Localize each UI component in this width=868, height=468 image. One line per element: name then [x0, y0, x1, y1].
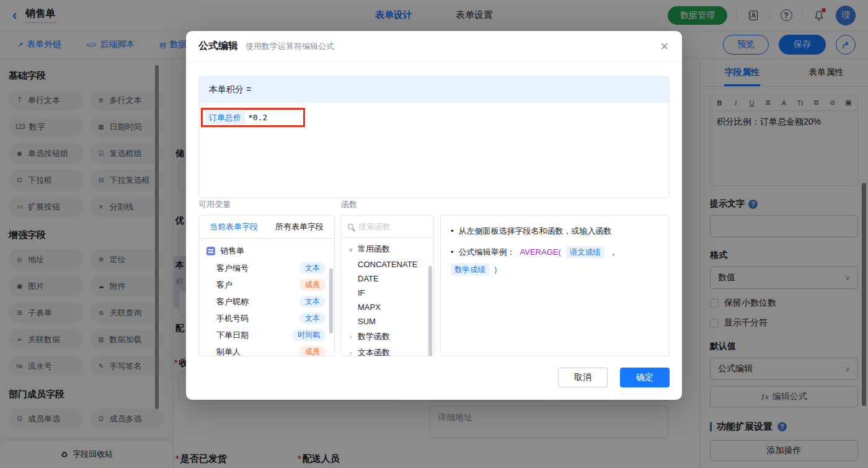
modal-title: 公式编辑	[198, 40, 238, 53]
function-group-math[interactable]: › 数学函数	[342, 329, 433, 345]
example-field-chip: 语文成绩	[566, 246, 604, 258]
tab-all-form-fields[interactable]: 所有表单字段	[275, 221, 324, 232]
formula-body[interactable]: 订单总价 *0.2	[199, 103, 669, 198]
variable-name: 客户昵称	[216, 296, 249, 307]
variable-name: 手机号码	[216, 313, 249, 324]
variables-tabs: 当前表单字段 所有表单字段	[199, 216, 334, 239]
modal-footer: 取消 确定	[558, 368, 670, 387]
annotation-highlight-box: 订单总价 *0.2	[201, 108, 305, 127]
functions-label: 函数	[341, 199, 357, 210]
function-item[interactable]: MAPX	[342, 300, 433, 314]
chevron-collapsed-icon: ›	[348, 333, 354, 340]
variable-type-badge: 文本	[299, 312, 326, 324]
modal-header: 公式编辑 使用数学运算符编辑公式 ×	[186, 31, 682, 62]
chevron-collapsed-icon: ›	[348, 350, 354, 356]
variable-type-badge: 文本	[299, 296, 326, 307]
formula-help-panel: • 从左侧面板选择字段名和函数，或输入函数 • 公式编辑举例： AVERAGE(…	[440, 215, 670, 356]
function-tree: ∨ 常用函数 CONCATENATEDATEIFMAPXSUM › 数学函数 ›…	[342, 238, 433, 356]
close-icon[interactable]: ×	[660, 40, 668, 53]
form-doc-icon	[206, 247, 215, 255]
confirm-button[interactable]: 确定	[620, 368, 670, 387]
field-chip[interactable]: 订单总价	[205, 111, 245, 125]
variable-type-badge: 时间戳	[292, 329, 326, 341]
function-group-text[interactable]: › 文本函数	[342, 345, 433, 356]
variable-row[interactable]: 手机号码 文本	[199, 310, 334, 327]
variable-row[interactable]: 制单人 成员	[199, 343, 334, 356]
formula-target: 本单积分 =	[199, 77, 669, 103]
variable-row[interactable]: 客户昵称 文本	[199, 293, 334, 310]
help-line-2: • 公式编辑举例： AVERAGE( 语文成绩 ， 数学成绩 )	[451, 246, 659, 276]
variable-type-badge: 成员	[299, 346, 326, 356]
function-group-label: 数学函数	[358, 331, 390, 342]
variable-row[interactable]: 客户编号 文本	[199, 260, 334, 276]
cancel-button[interactable]: 取消	[558, 368, 608, 387]
variable-name: 下单日期	[216, 330, 249, 341]
function-item[interactable]: CONCATENATE	[342, 257, 433, 272]
variable-type-badge: 成员	[299, 279, 326, 291]
formula-editor-modal: 公式编辑 使用数学运算符编辑公式 × 本单积分 = 订单总价 *0.2 可用变量…	[186, 31, 682, 400]
variables-list: 销售单 客户编号 文本 客户 成员 客户昵称 文本	[199, 239, 334, 356]
variable-name: 客户	[216, 280, 232, 291]
variable-row[interactable]: 下单日期 时间戳	[199, 327, 334, 343]
function-group-common[interactable]: ∨ 常用函数	[342, 241, 433, 257]
function-items: CONCATENATEDATEIFMAPXSUM	[342, 257, 433, 329]
help-line-1: • 从左侧面板选择字段名和函数，或输入函数	[451, 225, 659, 237]
function-item[interactable]: SUM	[342, 314, 433, 329]
function-group-label: 文本函数	[358, 347, 390, 356]
functions-scrollbar[interactable]	[428, 266, 432, 356]
function-item[interactable]: DATE	[342, 272, 433, 286]
function-group-label: 常用函数	[358, 244, 390, 255]
chevron-expanded-icon: ∨	[348, 246, 354, 253]
tab-current-form-fields[interactable]: 当前表单字段	[210, 221, 258, 232]
variable-row[interactable]: 客户 成员	[199, 276, 334, 293]
example-function: AVERAGE(	[520, 246, 561, 258]
formula-expression[interactable]: *0.2	[248, 113, 267, 122]
formula-input-area[interactable]: 本单积分 = 订单总价 *0.2	[198, 76, 670, 198]
variable-name: 客户编号	[216, 263, 249, 274]
bullet: •	[451, 225, 454, 237]
variables-label: 可用变量	[198, 199, 231, 210]
function-search[interactable]: 搜索函数	[342, 216, 433, 238]
variable-rows: 客户编号 文本 客户 成员 客户昵称 文本 手机号码	[199, 260, 334, 356]
function-search-placeholder: 搜索函数	[358, 221, 391, 232]
variable-type-badge: 文本	[299, 262, 326, 274]
example-paren: )	[494, 263, 497, 276]
form-tree-node[interactable]: 销售单	[199, 242, 334, 260]
form-node-label: 销售单	[220, 245, 244, 257]
example-field-chip: 数学成绩	[451, 263, 489, 276]
functions-panel: 搜索函数 ∨ 常用函数 CONCATENATEDATEIFMAPXSUM › 数…	[341, 215, 434, 356]
variable-name: 制单人	[216, 347, 241, 357]
variables-panel: 当前表单字段 所有表单字段 销售单 客户编号 文本 客户 成员	[198, 215, 335, 356]
modal-subtitle: 使用数学运算符编辑公式	[246, 41, 334, 52]
function-item[interactable]: IF	[342, 286, 433, 300]
bullet: •	[451, 246, 454, 258]
search-icon	[348, 224, 353, 229]
variables-scrollbar[interactable]	[329, 268, 333, 333]
